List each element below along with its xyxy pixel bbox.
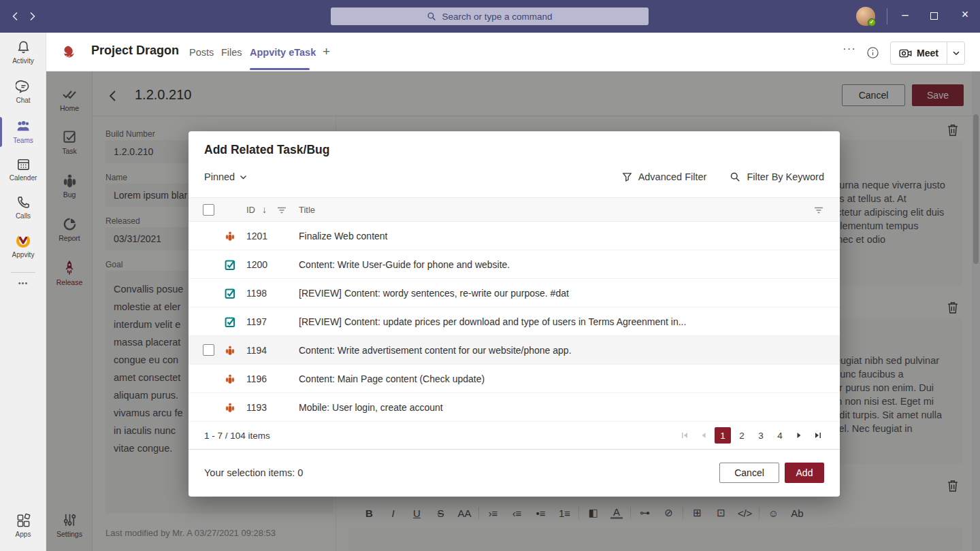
task-icon xyxy=(225,316,235,327)
row-checkbox[interactable] xyxy=(203,344,214,356)
page-button-2[interactable]: 2 xyxy=(734,427,750,444)
filter-actions: Advanced Filter Filter By Keyword xyxy=(622,171,824,182)
bug-icon xyxy=(225,345,235,356)
sidebar-item-chat[interactable]: Chat xyxy=(0,79,46,104)
task-icon xyxy=(225,288,235,299)
chevron-down-icon xyxy=(240,175,247,180)
funnel-icon xyxy=(622,171,632,182)
teams-rail: Activity Chat Teams Calender Calls xyxy=(0,33,46,551)
select-all-checkbox[interactable] xyxy=(203,204,214,216)
items-count: 1 - 7 / 104 items xyxy=(204,431,270,441)
first-page-icon[interactable] xyxy=(676,427,693,444)
more-options-icon[interactable]: ··· xyxy=(843,42,856,56)
app-window: Search or type a command ✓ – × Activity … xyxy=(0,0,980,551)
bug-icon xyxy=(225,373,235,384)
maximize-button[interactable] xyxy=(930,12,938,20)
sort-descending-icon[interactable]: ↓ xyxy=(262,204,267,215)
sidebar-item-calendar[interactable]: Calender xyxy=(0,156,46,182)
column-header-id[interactable]: ID xyxy=(246,205,255,215)
team-header: Project Dragon Posts Files Appvity eTask… xyxy=(46,33,980,71)
next-page-icon[interactable] xyxy=(791,427,807,444)
minimize-button[interactable]: – xyxy=(898,8,912,22)
team-name: Project Dragon xyxy=(91,44,179,58)
phone-icon xyxy=(0,195,46,210)
search-icon xyxy=(427,12,436,21)
calendar-icon xyxy=(0,156,46,172)
nav-back-icon[interactable] xyxy=(10,10,22,22)
table-header: ID ↓ Title xyxy=(189,197,840,222)
rail-divider xyxy=(11,272,35,273)
search-input[interactable]: Search or type a command xyxy=(331,7,649,25)
page-button-4[interactable]: 4 xyxy=(772,427,788,444)
camera-icon xyxy=(899,48,912,59)
team-logo xyxy=(59,43,78,62)
sidebar-item-activity[interactable]: Activity xyxy=(0,39,46,65)
add-related-task-modal: Add Related Task/Bug Pinned Advanced Fil… xyxy=(189,131,840,497)
teams-people-icon xyxy=(0,118,46,135)
meet-label: Meet xyxy=(917,48,938,59)
title-filter-icon[interactable] xyxy=(814,207,823,214)
modal-footer: Your selection items: 0 Cancel Add xyxy=(189,449,840,497)
previous-page-icon[interactable] xyxy=(696,427,712,444)
table-row[interactable]: 1200 Content: Write User-Guide for phone… xyxy=(189,250,840,279)
active-tab-underline xyxy=(250,68,310,70)
table-row[interactable]: 1201 Finalize Web content xyxy=(189,222,840,250)
modal-cancel-button[interactable]: Cancel xyxy=(719,463,779,483)
apps-icon xyxy=(0,513,46,529)
more-apps-icon[interactable]: ••• xyxy=(0,279,46,287)
titlebar-divider xyxy=(887,8,887,24)
bell-icon xyxy=(0,39,46,55)
tab-files[interactable]: Files xyxy=(221,47,242,58)
id-filter-icon[interactable] xyxy=(277,207,287,214)
status-available-icon: ✓ xyxy=(868,18,876,27)
table-row[interactable]: 1197 [REVIEW] Content: update prices per… xyxy=(189,307,840,336)
filter-by-keyword-button[interactable]: Filter By Keyword xyxy=(730,171,824,182)
page-button-1[interactable]: 1 xyxy=(715,427,731,444)
close-button[interactable]: × xyxy=(958,7,972,22)
column-header-title[interactable]: Title xyxy=(299,205,315,215)
meet-dropdown-chevron-icon[interactable] xyxy=(952,50,960,56)
meet-button[interactable]: Meet xyxy=(890,41,965,65)
add-tab-button[interactable]: + xyxy=(323,44,330,59)
page-button-3[interactable]: 3 xyxy=(753,427,769,444)
bug-icon xyxy=(225,402,235,413)
search-placeholder: Search or type a command xyxy=(442,12,552,22)
pinned-dropdown[interactable]: Pinned xyxy=(204,171,247,182)
table-row[interactable]: 1196 Content: Main Page content (Check u… xyxy=(189,365,840,393)
selection-count-text: Your selection items: 0 xyxy=(204,467,303,478)
appvity-logo-icon xyxy=(0,233,46,249)
tab-posts[interactable]: Posts xyxy=(189,47,214,58)
pagination-row: 1 - 7 / 104 items 1 2 3 4 xyxy=(189,422,840,449)
sidebar-item-apps[interactable]: Apps xyxy=(0,513,46,538)
info-icon[interactable] xyxy=(866,46,879,59)
modal-title: Add Related Task/Bug xyxy=(204,143,329,157)
table-row[interactable]: 1198 [REVIEW] Content: wordy sentences, … xyxy=(189,279,840,307)
chat-icon xyxy=(0,79,46,95)
sidebar-item-calls[interactable]: Calls xyxy=(0,195,46,220)
search-icon xyxy=(730,171,740,182)
advanced-filter-button[interactable]: Advanced Filter xyxy=(622,171,707,182)
table-row[interactable]: 1193 Mobile: User login, create account xyxy=(189,393,840,422)
tab-appvity-etask[interactable]: Appvity eTask xyxy=(250,47,316,58)
task-icon xyxy=(225,259,235,270)
table-row[interactable]: 1194 Content: Write advertisement conten… xyxy=(189,336,840,365)
last-page-icon[interactable] xyxy=(810,427,826,444)
modal-add-button[interactable]: Add xyxy=(785,463,824,483)
sidebar-item-teams[interactable]: Teams xyxy=(0,118,46,144)
nav-forward-icon[interactable] xyxy=(26,10,38,22)
pager: 1 2 3 4 xyxy=(676,427,826,444)
bug-icon xyxy=(225,231,235,241)
sidebar-item-appvity[interactable]: Appvity xyxy=(0,233,46,258)
title-bar: Search or type a command ✓ – × xyxy=(0,0,980,33)
